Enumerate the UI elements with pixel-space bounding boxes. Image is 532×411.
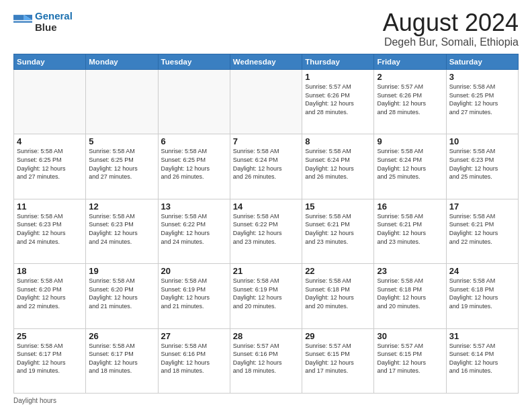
weekday-header-wednesday: Wednesday (230, 54, 302, 70)
calendar-cell: 4Sunrise: 5:58 AM Sunset: 6:25 PM Daylig… (14, 134, 86, 199)
week-row-4: 18Sunrise: 5:58 AM Sunset: 6:20 PM Dayli… (14, 264, 519, 328)
weekday-header-sunday: Sunday (14, 54, 86, 70)
weekday-header-monday: Monday (86, 54, 158, 70)
calendar-cell: 22Sunrise: 5:58 AM Sunset: 6:18 PM Dayli… (302, 264, 374, 328)
calendar-cell (158, 70, 230, 134)
day-info: Sunrise: 5:58 AM Sunset: 6:25 PM Dayligh… (161, 147, 227, 181)
calendar-cell: 6Sunrise: 5:58 AM Sunset: 6:25 PM Daylig… (158, 134, 230, 199)
svg-rect-4 (13, 21, 32, 22)
day-number: 1 (305, 72, 371, 82)
calendar-cell: 14Sunrise: 5:58 AM Sunset: 6:22 PM Dayli… (230, 199, 302, 263)
calendar-cell (14, 70, 86, 134)
week-row-5: 25Sunrise: 5:58 AM Sunset: 6:17 PM Dayli… (14, 328, 519, 393)
day-info: Sunrise: 5:58 AM Sunset: 6:23 PM Dayligh… (17, 212, 83, 246)
calendar-cell: 11Sunrise: 5:58 AM Sunset: 6:23 PM Dayli… (14, 199, 86, 263)
day-number: 15 (305, 201, 371, 212)
weekday-header-friday: Friday (374, 54, 446, 70)
day-number: 4 (17, 136, 83, 146)
weekday-header-saturday: Saturday (446, 54, 518, 70)
calendar-cell: 28Sunrise: 5:57 AM Sunset: 6:16 PM Dayli… (230, 328, 302, 393)
calendar-cell: 5Sunrise: 5:58 AM Sunset: 6:25 PM Daylig… (86, 134, 158, 199)
calendar-cell: 24Sunrise: 5:58 AM Sunset: 6:18 PM Dayli… (446, 264, 518, 328)
calendar-cell: 23Sunrise: 5:58 AM Sunset: 6:18 PM Dayli… (374, 264, 446, 328)
general-blue-logo-icon (13, 13, 32, 32)
calendar-cell: 12Sunrise: 5:58 AM Sunset: 6:23 PM Dayli… (86, 199, 158, 263)
day-info: Sunrise: 5:58 AM Sunset: 6:21 PM Dayligh… (449, 212, 515, 246)
week-row-3: 11Sunrise: 5:58 AM Sunset: 6:23 PM Dayli… (14, 199, 519, 263)
day-info: Sunrise: 5:57 AM Sunset: 6:16 PM Dayligh… (233, 342, 299, 375)
day-number: 20 (161, 266, 227, 276)
calendar-cell: 27Sunrise: 5:58 AM Sunset: 6:16 PM Dayli… (158, 328, 230, 393)
day-number: 13 (161, 201, 227, 212)
day-info: Sunrise: 5:57 AM Sunset: 6:15 PM Dayligh… (305, 342, 371, 375)
calendar-cell (86, 70, 158, 134)
weekday-header-tuesday: Tuesday (158, 54, 230, 70)
day-number: 9 (377, 136, 443, 146)
day-info: Sunrise: 5:58 AM Sunset: 6:25 PM Dayligh… (89, 147, 154, 181)
day-info: Sunrise: 5:58 AM Sunset: 6:25 PM Dayligh… (17, 147, 83, 181)
day-info: Sunrise: 5:58 AM Sunset: 6:22 PM Dayligh… (233, 212, 299, 246)
weekday-header-row: SundayMondayTuesdayWednesdayThursdayFrid… (14, 54, 519, 70)
day-info: Sunrise: 5:58 AM Sunset: 6:23 PM Dayligh… (449, 147, 515, 181)
svg-rect-3 (13, 15, 24, 20)
day-info: Sunrise: 5:58 AM Sunset: 6:24 PM Dayligh… (377, 147, 443, 181)
footer: Daylight hours (13, 397, 519, 404)
calendar-cell: 10Sunrise: 5:58 AM Sunset: 6:23 PM Dayli… (446, 134, 518, 199)
calendar-cell: 9Sunrise: 5:58 AM Sunset: 6:24 PM Daylig… (374, 134, 446, 199)
day-number: 8 (305, 136, 371, 146)
day-info: Sunrise: 5:58 AM Sunset: 6:24 PM Dayligh… (233, 147, 299, 181)
day-info: Sunrise: 5:57 AM Sunset: 6:14 PM Dayligh… (449, 342, 515, 375)
calendar-cell: 18Sunrise: 5:58 AM Sunset: 6:20 PM Dayli… (14, 264, 86, 328)
day-number: 25 (17, 331, 83, 341)
day-number: 2 (377, 72, 443, 82)
weekday-header-thursday: Thursday (302, 54, 374, 70)
day-number: 17 (449, 201, 515, 212)
day-number: 24 (449, 266, 515, 276)
day-info: Sunrise: 5:58 AM Sunset: 6:17 PM Dayligh… (89, 342, 154, 375)
week-row-1: 1Sunrise: 5:57 AM Sunset: 6:26 PM Daylig… (14, 70, 519, 134)
day-number: 11 (17, 201, 83, 212)
logo-text: General Blue (35, 11, 73, 33)
calendar-cell: 21Sunrise: 5:58 AM Sunset: 6:19 PM Dayli… (230, 264, 302, 328)
day-info: Sunrise: 5:58 AM Sunset: 6:18 PM Dayligh… (305, 277, 371, 310)
day-number: 29 (305, 331, 371, 341)
day-number: 21 (233, 266, 299, 276)
calendar-cell: 17Sunrise: 5:58 AM Sunset: 6:21 PM Dayli… (446, 199, 518, 263)
day-info: Sunrise: 5:58 AM Sunset: 6:21 PM Dayligh… (377, 212, 443, 246)
location-title: Degeh Bur, Somali, Ethiopia (383, 36, 519, 48)
calendar-cell: 7Sunrise: 5:58 AM Sunset: 6:24 PM Daylig… (230, 134, 302, 199)
day-number: 23 (377, 266, 443, 276)
month-title: August 2024 (383, 11, 519, 35)
day-info: Sunrise: 5:58 AM Sunset: 6:20 PM Dayligh… (17, 277, 83, 310)
calendar-cell: 30Sunrise: 5:57 AM Sunset: 6:15 PM Dayli… (374, 328, 446, 393)
calendar-cell: 26Sunrise: 5:58 AM Sunset: 6:17 PM Dayli… (86, 328, 158, 393)
day-number: 19 (89, 266, 154, 276)
day-number: 10 (449, 136, 515, 146)
calendar-cell: 31Sunrise: 5:57 AM Sunset: 6:14 PM Dayli… (446, 328, 518, 393)
day-info: Sunrise: 5:58 AM Sunset: 6:18 PM Dayligh… (377, 277, 443, 310)
day-number: 22 (305, 266, 371, 276)
calendar-table: SundayMondayTuesdayWednesdayThursdayFrid… (13, 54, 519, 394)
day-number: 27 (161, 331, 227, 341)
day-number: 16 (377, 201, 443, 212)
top-section: General Blue August 2024 Degeh Bur, Soma… (13, 11, 519, 48)
calendar-cell: 3Sunrise: 5:58 AM Sunset: 6:25 PM Daylig… (446, 70, 518, 134)
day-info: Sunrise: 5:57 AM Sunset: 6:26 PM Dayligh… (305, 83, 371, 116)
day-info: Sunrise: 5:57 AM Sunset: 6:26 PM Dayligh… (377, 83, 443, 116)
day-number: 18 (17, 266, 83, 276)
day-number: 5 (89, 136, 154, 146)
calendar-cell: 20Sunrise: 5:58 AM Sunset: 6:19 PM Dayli… (158, 264, 230, 328)
day-info: Sunrise: 5:58 AM Sunset: 6:19 PM Dayligh… (233, 277, 299, 310)
calendar-cell: 15Sunrise: 5:58 AM Sunset: 6:21 PM Dayli… (302, 199, 374, 263)
day-info: Sunrise: 5:58 AM Sunset: 6:22 PM Dayligh… (161, 212, 227, 246)
day-info: Sunrise: 5:57 AM Sunset: 6:15 PM Dayligh… (377, 342, 443, 375)
day-number: 28 (233, 331, 299, 341)
day-info: Sunrise: 5:58 AM Sunset: 6:24 PM Dayligh… (305, 147, 371, 181)
day-info: Sunrise: 5:58 AM Sunset: 6:23 PM Dayligh… (89, 212, 154, 246)
footer-label: Daylight hours (13, 397, 56, 404)
header-right: August 2024 Degeh Bur, Somali, Ethiopia (383, 11, 519, 48)
calendar-cell: 1Sunrise: 5:57 AM Sunset: 6:26 PM Daylig… (302, 70, 374, 134)
calendar-cell: 13Sunrise: 5:58 AM Sunset: 6:22 PM Dayli… (158, 199, 230, 263)
day-number: 26 (89, 331, 154, 341)
day-info: Sunrise: 5:58 AM Sunset: 6:20 PM Dayligh… (89, 277, 154, 310)
